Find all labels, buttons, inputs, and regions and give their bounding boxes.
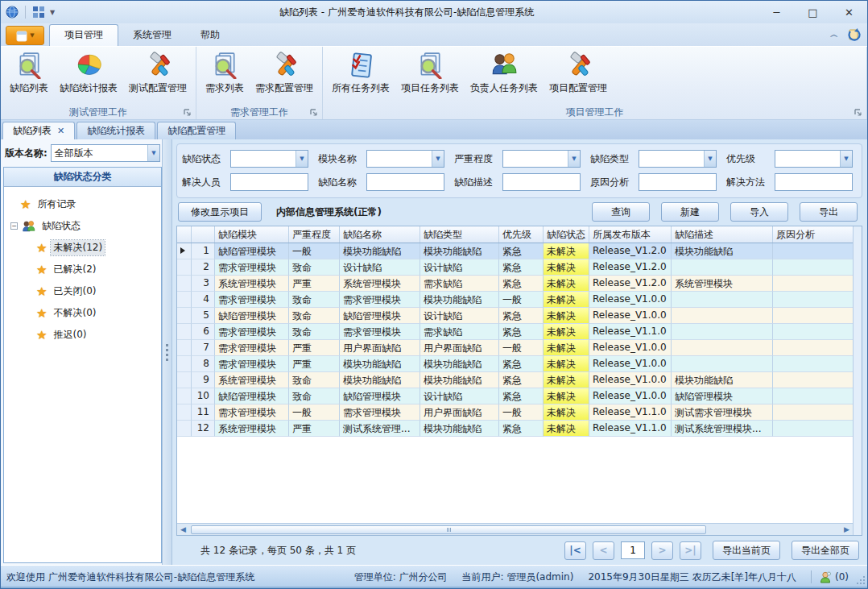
- header-status[interactable]: 缺陷状态: [544, 226, 589, 243]
- filter-text-input[interactable]: [775, 173, 853, 191]
- doc-tab-defect-report[interactable]: 缺陷统计报表: [76, 122, 155, 139]
- cell-module: 系统管理模块: [215, 421, 289, 437]
- filter-combo[interactable]: ▼: [230, 150, 308, 168]
- requirement-list-button[interactable]: 需求列表: [200, 48, 250, 97]
- quick-access-grid-icon[interactable]: [32, 6, 45, 19]
- version-select[interactable]: 全部版本 ▼: [51, 144, 160, 162]
- tree-item[interactable]: − ★ 已关闭(0): [9, 280, 161, 302]
- tree-item[interactable]: − ★ 推迟(0): [9, 324, 161, 346]
- about-refresh-icon[interactable]: [846, 27, 861, 41]
- header-severity[interactable]: 严重程度: [289, 226, 340, 243]
- filter-text-input[interactable]: [502, 173, 581, 191]
- header-module[interactable]: 缺陷模块: [215, 226, 289, 243]
- filter-text-input[interactable]: [230, 173, 308, 191]
- chevron-down-icon[interactable]: ▼: [704, 151, 716, 167]
- chevron-down-icon[interactable]: ▼: [840, 151, 852, 167]
- first-page-button[interactable]: |<: [564, 541, 586, 560]
- test-config-button[interactable]: 测试配置管理: [123, 48, 192, 97]
- expander-icon[interactable]: −: [10, 222, 18, 230]
- table-row[interactable]: 10 缺陷管理模块 致命 缺陷管理模块 设计缺陷 紧急 未解决 Release_…: [177, 388, 853, 404]
- resize-grip[interactable]: [857, 576, 865, 584]
- tree-item[interactable]: − ★ 缺陷状态: [9, 215, 161, 237]
- scrollbar-thumb[interactable]: [191, 525, 706, 534]
- project-tasks-button[interactable]: 项目任务列表: [395, 48, 465, 97]
- table-row[interactable]: 7 需求管理模块 严重 用户界面缺陷 用户界面缺陷 一般 未解决 Release…: [177, 340, 853, 356]
- table-row[interactable]: 8 需求管理模块 严重 模块功能缺陷 模块功能缺陷 紧急 未解决 Release…: [177, 356, 853, 372]
- horizontal-scrollbar[interactable]: ◀ ▶: [177, 523, 853, 535]
- owner-tasks-button[interactable]: 负责人任务列表: [465, 48, 544, 97]
- table-row[interactable]: 11 需求管理模块 一般 需求管理模块 用户界面缺陷 一般 未解决 Releas…: [177, 404, 853, 421]
- cell-release: Release_V1.2.0: [589, 259, 672, 276]
- requirement-config-button[interactable]: 需求配置管理: [250, 48, 319, 97]
- ribbon-tab-system[interactable]: 系统管理: [118, 25, 186, 46]
- doc-tab-defect-list[interactable]: 缺陷列表 ✕: [2, 122, 75, 139]
- cell-severity: 一般: [289, 404, 340, 421]
- filter-combo[interactable]: ▼: [502, 150, 581, 168]
- table-row[interactable]: 2 需求管理模块 致命 设计缺陷 设计缺陷 紧急 未解决 Release_V1.…: [177, 259, 853, 276]
- chevron-down-icon[interactable]: ▼: [296, 151, 308, 167]
- export-button[interactable]: 导出: [800, 202, 858, 222]
- export-all-pages-button[interactable]: 导出全部页: [792, 541, 859, 560]
- page-number-input[interactable]: [621, 541, 645, 559]
- chevron-down-icon[interactable]: ▼: [568, 151, 580, 167]
- scroll-right-icon[interactable]: ▶: [841, 525, 853, 533]
- collapse-ribbon-icon[interactable]: ︿: [830, 29, 838, 40]
- defect-report-button[interactable]: 缺陷统计报表: [54, 48, 123, 97]
- scroll-left-icon[interactable]: ◀: [177, 525, 189, 533]
- project-config-button[interactable]: 项目配置管理: [544, 48, 613, 97]
- header-name[interactable]: 缺陷名称: [340, 226, 420, 243]
- filter-combo[interactable]: ▼: [639, 150, 717, 168]
- header-release[interactable]: 所属发布版本: [589, 226, 672, 243]
- header-priority[interactable]: 优先级: [499, 226, 544, 243]
- doc-tab-defect-config[interactable]: 缺陷配置管理: [157, 122, 236, 139]
- tree-item[interactable]: − ★ 已解决(2): [9, 259, 161, 280]
- application-menu-button[interactable]: ▼: [6, 26, 44, 45]
- query-button[interactable]: 查询: [592, 202, 650, 222]
- table-row[interactable]: 6 需求管理模块 致命 需求管理模块 需求缺陷 紧急 未解决 Release_V…: [177, 324, 853, 340]
- header-type[interactable]: 缺陷类型: [420, 226, 499, 243]
- export-current-page-button[interactable]: 导出当前页: [713, 541, 780, 560]
- maximize-button[interactable]: □: [795, 2, 831, 23]
- ribbon-tab-project[interactable]: 项目管理: [49, 24, 118, 46]
- cell-name: 模块功能缺陷: [340, 372, 420, 388]
- table-row[interactable]: 1 缺陷管理模块 一般 模块功能缺陷 模块功能缺陷 紧急 未解决 Release…: [177, 243, 853, 259]
- cell-indicator: [177, 388, 192, 404]
- filter-combo[interactable]: ▼: [775, 150, 853, 168]
- tree-item[interactable]: − ★ 未解决(12): [9, 237, 161, 259]
- next-page-button[interactable]: >: [651, 541, 673, 560]
- header-cause[interactable]: 原因分析: [773, 226, 853, 243]
- table-row[interactable]: 3 系统管理模块 严重 系统管理模块 需求缺陷 紧急 未解决 Release_V…: [177, 276, 853, 292]
- prev-page-button[interactable]: <: [593, 541, 614, 560]
- splitter-handle[interactable]: [162, 139, 172, 565]
- defect-list-button[interactable]: 缺陷列表: [4, 48, 54, 97]
- import-button[interactable]: 导入: [730, 202, 788, 222]
- cell-type: 设计缺陷: [420, 388, 499, 404]
- filter-combo[interactable]: ▼: [366, 150, 444, 168]
- table-row[interactable]: 12 系统管理模块 严重 测试系统管理... 模块功能缺陷 紧急 未解决 Rel…: [177, 421, 853, 437]
- table-row[interactable]: 4 需求管理模块 致命 需求管理模块 模块功能缺陷 一般 未解决 Release…: [177, 292, 853, 308]
- header-description[interactable]: 缺陷描述: [672, 226, 773, 243]
- table-row[interactable]: 9 系统管理模块 致命 模块功能缺陷 模块功能缺陷 紧急 未解决 Release…: [177, 372, 853, 388]
- chevron-down-icon[interactable]: ▼: [432, 151, 444, 167]
- close-button[interactable]: ✕: [831, 2, 867, 23]
- tab-close-icon[interactable]: ✕: [57, 126, 64, 136]
- ribbon-tab-help[interactable]: 帮助: [186, 25, 234, 46]
- minimize-button[interactable]: ─: [758, 2, 795, 23]
- filter-text-input[interactable]: [366, 173, 444, 191]
- vertical-scrollbar[interactable]: [853, 226, 862, 535]
- tree-item[interactable]: − ★ 不解决(0): [9, 302, 161, 324]
- modify-columns-button[interactable]: 修改显示项目: [178, 202, 262, 222]
- tree-item[interactable]: − ★ 所有记录: [9, 193, 161, 215]
- dialog-launcher-icon[interactable]: [854, 109, 862, 116]
- cell-cause: [773, 276, 853, 292]
- filter-text-input[interactable]: [639, 173, 717, 191]
- new-button[interactable]: 新建: [661, 202, 719, 222]
- cell-description: 测试系统管理模块...: [672, 421, 773, 437]
- dialog-launcher-icon[interactable]: [184, 109, 191, 116]
- dialog-launcher-icon[interactable]: [310, 109, 317, 116]
- cell-indicator: [177, 308, 192, 324]
- all-tasks-button[interactable]: 所有任务列表: [326, 48, 395, 97]
- last-page-button[interactable]: >|: [680, 541, 701, 560]
- table-row[interactable]: 5 缺陷管理模块 致命 缺陷管理模块 设计缺陷 紧急 未解决 Release_V…: [177, 308, 853, 324]
- chevron-down-icon[interactable]: ▼: [147, 145, 159, 161]
